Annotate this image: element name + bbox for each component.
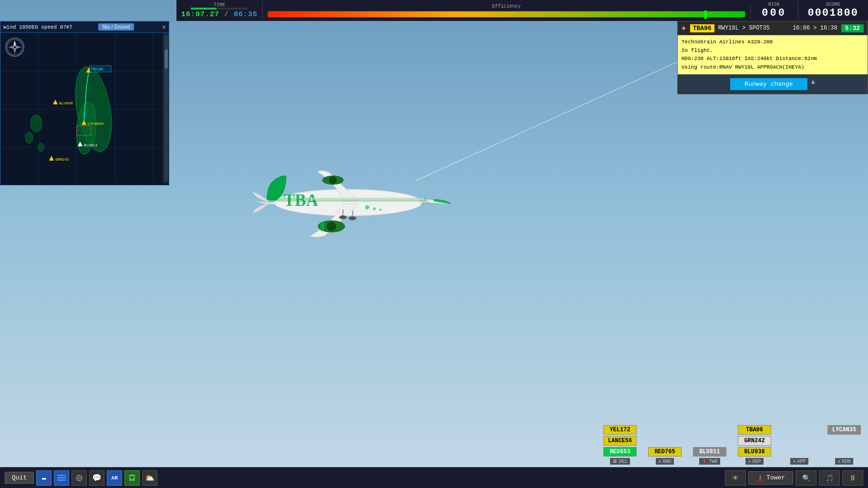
pause-button[interactable]: ⏸ (842, 470, 863, 486)
ar-icon-button[interactable]: AR (107, 470, 122, 486)
svg-point-42 (380, 209, 382, 211)
time-bar-bg (191, 8, 248, 10)
tower-button[interactable]: 🗼 Tower (748, 471, 793, 485)
strip-red765[interactable]: RED765 (648, 447, 682, 457)
strip-grn242[interactable]: GRN242 (738, 436, 771, 446)
svg-text:BLU811: BLU811 (84, 143, 98, 147)
radar-scrollbar[interactable] (163, 33, 169, 183)
strip-yel172[interactable]: YEL172 (603, 425, 637, 435)
zone-gnd-label: ✈ GND (656, 458, 673, 465)
svg-point-35 (329, 176, 337, 184)
music-button[interactable]: 🎵 (819, 470, 840, 486)
kdn-icon: ✈ (837, 458, 840, 464)
strip-lycan35[interactable]: LYCAN35 (827, 425, 861, 435)
strip-blu938[interactable]: BLU938 (738, 447, 771, 457)
zone-gnd-bottom: RED765 ✈ GND (643, 447, 686, 465)
airline-info: Technobrain Airlines A320-200 (682, 38, 864, 47)
zone-del-bottom: RED553 🖥 DEL (599, 447, 641, 465)
flight-info-panel: ✈ TBA96 RWY18L > SPOT35 16:06 > 16:30 5:… (677, 21, 868, 94)
map-icon (75, 474, 83, 482)
strips-icon-button[interactable] (54, 470, 69, 486)
score-label: Score (826, 2, 840, 7)
taskbar-right: 👁 🗼 Tower 🔍 🎵 ⏸ (720, 470, 868, 486)
svg-text:GRN242: GRN242 (55, 157, 69, 162)
strips-grid: YEL172 LANCE56 TBA96 GRN242 LYCAN35 (460, 425, 866, 465)
weather-icon-button[interactable]: ⛅ (142, 470, 157, 486)
svg-text:TBA96: TBA96 (91, 67, 103, 72)
map-icon-button[interactable] (72, 470, 87, 486)
top-hud: Time 16:07.27 / 06:35 Efficiency Risk 00… (176, 0, 868, 21)
app-icon: ✈ (793, 458, 796, 464)
signal-icon (128, 474, 136, 482)
strip-blu811[interactable]: BLU811 (693, 447, 726, 457)
gnd-icon: ✈ (658, 458, 661, 464)
svg-rect-48 (57, 477, 66, 478)
svg-point-12 (38, 143, 44, 152)
hud-time-section: Time 16:07.27 / 06:35 (176, 1, 263, 20)
zone-gnd-group (643, 425, 686, 446)
svg-marker-21 (78, 142, 83, 146)
scrollbar-track (165, 35, 168, 181)
del-icon: 🖥 (612, 458, 617, 464)
flight-times: 16:06 > 16:30 (793, 25, 837, 31)
svg-rect-49 (57, 479, 66, 481)
radar-svg: TBA96 BLU938 LYCAN35 BLU811 GRN242 (0, 33, 169, 183)
risk-section: Risk 000 (751, 1, 798, 20)
flight-route-info: Using route:RNAV RWY18L APPROACH(IHEYA) (682, 63, 864, 72)
flight-details: Technobrain Airlines A320-200 In flight.… (678, 35, 868, 74)
score-section: Score 0001800 (798, 1, 868, 20)
flight-callsign[interactable]: TBA96 (690, 24, 714, 32)
svg-rect-15 (90, 66, 111, 72)
zone-kdn-bottom: ✈ KDN (823, 458, 866, 465)
zone-dep-group: TBA96 GRN242 (733, 425, 776, 446)
svg-point-11 (25, 132, 33, 143)
strip-tba96-bottom[interactable]: TBA96 (738, 425, 771, 435)
efficiency-indicator (704, 10, 707, 19)
flight-plane-icon: ✈ (682, 23, 686, 33)
aircraft-display: TBA TBA (215, 152, 463, 250)
svg-point-33 (327, 222, 336, 231)
svg-point-9 (74, 101, 98, 155)
radar-panel: wind 185DEG speed 07KT Sky / Ground ✕ (0, 21, 169, 185)
radar-map: TBA96 BLU938 LYCAN35 BLU811 GRN242 N (0, 33, 169, 183)
svg-point-41 (373, 207, 376, 210)
route-to: SPOT35 (749, 25, 769, 31)
quit-button[interactable]: Quit (5, 472, 34, 484)
dep-text: DEP (753, 459, 761, 464)
score-value: 0001800 (808, 7, 858, 19)
time-limit: 06:35 (234, 10, 258, 19)
time-bar-fill (191, 8, 217, 10)
view-toggle-button[interactable]: Sky / Ground (98, 23, 134, 30)
zone-twr-group (688, 425, 731, 446)
twr-text: TWR (709, 459, 717, 464)
strips-icon (57, 475, 66, 481)
radar-close-button[interactable]: ✕ (162, 23, 166, 31)
svg-text:BLU938: BLU938 (59, 101, 73, 105)
svg-point-46 (349, 216, 356, 220)
svg-marker-14 (86, 68, 91, 72)
svg-rect-47 (57, 475, 66, 476)
svg-marker-17 (53, 100, 58, 104)
svg-marker-19 (82, 120, 86, 125)
search-button[interactable]: 🔍 (796, 470, 816, 486)
runway-change-button[interactable]: Runway change (730, 78, 807, 90)
zone-del-label: 🖥 DEL (610, 458, 630, 465)
zone-kdn-group: LYCAN35 (823, 425, 866, 446)
time-label: Time (214, 2, 225, 8)
zone-app-label: ✈ APP (790, 458, 808, 465)
zone-app-group (778, 425, 821, 446)
scrollbar-thumb[interactable] (165, 50, 168, 69)
dep-icon: ✈ (748, 458, 751, 464)
strip-red553[interactable]: RED553 (603, 447, 637, 457)
zone-kdn-label: ✈ KDN (835, 458, 853, 465)
chat-icon-button[interactable]: 💬 (89, 470, 104, 486)
tower-label: Tower (766, 474, 785, 481)
signal-icon-button[interactable] (124, 470, 140, 486)
app-text: APP (797, 459, 806, 464)
radar-icon-button[interactable]: ▬ (36, 470, 52, 486)
scroll-up-icon[interactable]: ▲ (811, 78, 815, 90)
strip-lance56[interactable]: LANCE56 (603, 436, 637, 446)
zone-app-bottom: ✈ APP (778, 458, 821, 465)
flight-eta: 5:32 (841, 24, 864, 32)
binoculars-button[interactable]: 👁 (725, 470, 746, 486)
